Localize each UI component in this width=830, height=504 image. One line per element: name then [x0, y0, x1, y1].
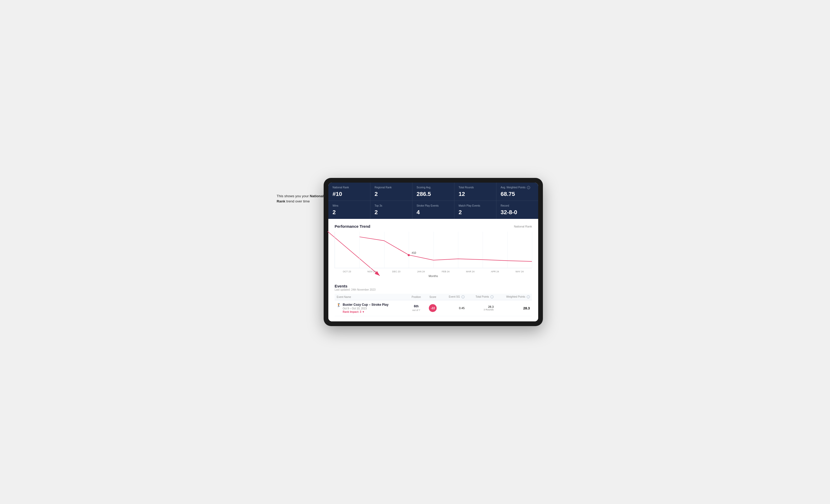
stat-avg-weighted-value: 68.75 [501, 191, 534, 198]
events-table-head: Event Name Position Score Event SG i Tot… [334, 294, 532, 300]
stat-regional-rank-value: 2 [375, 191, 408, 198]
event-weighted-cell: 28.3 [496, 300, 532, 316]
chart-area: #10 [334, 232, 532, 268]
stat-top3s-value: 2 [375, 209, 408, 216]
x-axis-title: Months [334, 274, 532, 277]
stat-scoring-avg-label: Scoring Avg. [417, 186, 450, 189]
col-event-sg: Event SG i [441, 294, 467, 300]
events-section: Events Last updated: 24th November 2023 … [334, 284, 532, 316]
stat-national-rank-label: National Rank [332, 186, 366, 189]
event-date: Oct 9 – Oct 10, 2023 [343, 307, 388, 310]
stat-record: Record 32-8-0 [497, 201, 538, 219]
chart-svg [335, 232, 532, 268]
score-badge: -22 [429, 304, 437, 312]
stat-stroke-play-value: 4 [417, 209, 450, 216]
stat-national-rank: National Rank #10 [328, 182, 371, 201]
stat-wins-label: Wins [332, 204, 366, 207]
col-weighted-points: Weighted Points i [496, 294, 532, 300]
info-icon-total[interactable]: i [490, 295, 493, 298]
stat-total-rounds-label: Total Rounds [458, 186, 492, 189]
table-row: 🏌 Buster Cozy Cup – Stroke Play Oct 9 – … [334, 300, 532, 316]
event-name: Buster Cozy Cup – Stroke Play [343, 303, 388, 306]
info-icon-sg[interactable]: i [461, 295, 465, 298]
event-rank-impact: Rank Impact: 3 ▼ [343, 310, 388, 313]
event-details: Buster Cozy Cup – Stroke Play Oct 9 – Oc… [343, 303, 388, 313]
x-label-oct: OCT 23 [334, 270, 359, 273]
info-icon-weighted[interactable]: i [527, 186, 530, 189]
stat-scoring-avg: Scoring Avg. 286.5 [412, 182, 454, 201]
events-table-body: 🏌 Buster Cozy Cup – Stroke Play Oct 9 – … [334, 300, 532, 316]
annotation-bold: National Rank [277, 194, 324, 203]
stat-regional-rank: Regional Rank 2 [371, 182, 412, 201]
stat-regional-rank-label: Regional Rank [375, 186, 408, 189]
chart-header: Performance Trend National Rank [334, 224, 532, 229]
info-icon-wp[interactable]: i [527, 295, 530, 298]
stat-avg-weighted: Avg. Weighted Points i 68.75 [497, 182, 538, 201]
events-updated: Last updated: 24th November 2023 [334, 288, 532, 291]
event-score-cell: -22 [425, 300, 441, 316]
x-label-nov: NOV 23 [359, 270, 384, 273]
x-label-dec: DEC 23 [384, 270, 409, 273]
event-rounds: 3 Rounds [469, 308, 493, 311]
stat-match-play: Match Play Events 2 [454, 201, 497, 219]
event-position: 6th out of 7 [410, 304, 423, 312]
events-table: Event Name Position Score Event SG i Tot… [334, 294, 532, 316]
rank-dot [408, 254, 410, 256]
chart-title: Performance Trend [334, 224, 371, 229]
events-title: Events [334, 284, 532, 288]
x-label-jan: JAN 24 [409, 270, 434, 273]
x-label-may: MAY 24 [507, 270, 532, 273]
x-label-mar: MAR 24 [458, 270, 483, 273]
annotation-text: This shows you your National Rank trend … [277, 194, 324, 203]
stat-scoring-avg-value: 286.5 [417, 191, 450, 198]
col-position: Position [408, 294, 425, 300]
event-name-cell: 🏌 Buster Cozy Cup – Stroke Play Oct 9 – … [334, 300, 408, 316]
event-position-cell: 6th out of 7 [408, 300, 425, 316]
stat-match-play-value: 2 [458, 209, 492, 216]
events-header: Events Last updated: 24th November 2023 [334, 284, 532, 291]
event-icon: 🏌 [337, 303, 341, 307]
chart-section: Performance Trend National Rank [334, 224, 532, 277]
x-label-feb: FEB 24 [433, 270, 458, 273]
scene: This shows you your National Rank trend … [277, 162, 553, 342]
grid-line-may [532, 232, 532, 268]
stat-stroke-play-label: Stroke Play Events [417, 204, 450, 207]
event-total-points-cell: 28.3 3 Rounds [467, 300, 496, 316]
stat-avg-weighted-label: Avg. Weighted Points i [501, 186, 534, 189]
stats-row-2: Wins 2 Top 3s 2 Stroke Play Events 4 Mat… [328, 201, 538, 219]
content-area: Performance Trend National Rank [328, 219, 538, 322]
event-sg-cell: 0.45 [441, 300, 467, 316]
col-total-points: Total Points i [467, 294, 496, 300]
stat-stroke-play: Stroke Play Events 4 [412, 201, 454, 219]
chart-subtitle: National Rank [514, 225, 532, 228]
tablet-screen: National Rank #10 Regional Rank 2 Scorin… [328, 182, 538, 322]
col-event-name: Event Name [334, 294, 408, 300]
stat-record-value: 32-8-0 [501, 209, 534, 216]
rank-label: #10 [412, 251, 416, 254]
stat-match-play-label: Match Play Events [458, 204, 492, 207]
x-label-apr: APR 24 [483, 270, 507, 273]
rank-impact-direction: ▼ [362, 310, 364, 313]
stats-header: National Rank #10 Regional Rank 2 Scorin… [328, 182, 538, 219]
stat-record-label: Record [501, 204, 534, 207]
event-position-sub: out of 7 [412, 309, 420, 311]
stat-top3s: Top 3s 2 [371, 201, 412, 219]
stats-row-1: National Rank #10 Regional Rank 2 Scorin… [328, 182, 538, 201]
annotation: This shows you your National Rank trend … [277, 194, 329, 204]
stat-wins: Wins 2 [328, 201, 371, 219]
stat-total-rounds: Total Rounds 12 [454, 182, 497, 201]
stat-wins-value: 2 [332, 209, 366, 216]
col-score: Score [425, 294, 441, 300]
events-table-header-row: Event Name Position Score Event SG i Tot… [334, 294, 532, 300]
stat-total-rounds-value: 12 [458, 191, 492, 198]
stat-national-rank-value: #10 [332, 191, 366, 198]
tablet: National Rank #10 Regional Rank 2 Scorin… [324, 178, 543, 326]
x-axis-labels: OCT 23 NOV 23 DEC 23 JAN 24 FEB 24 MAR 2… [334, 269, 532, 274]
stat-top3s-label: Top 3s [375, 204, 408, 207]
